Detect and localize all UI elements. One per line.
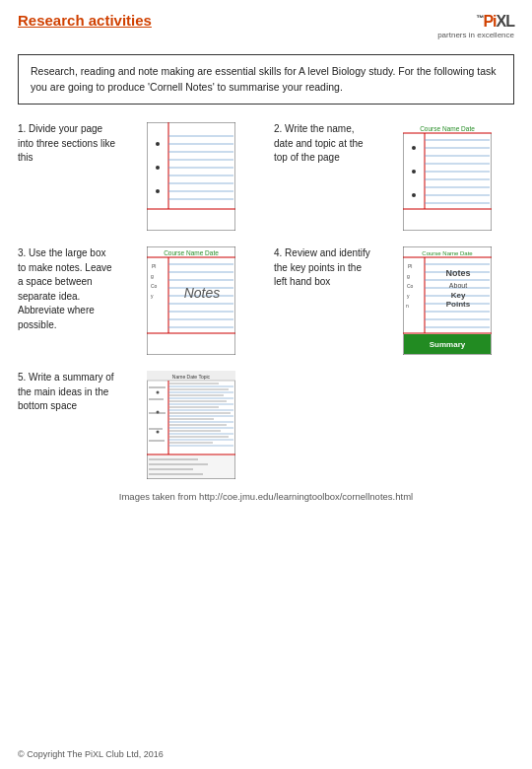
svg-text:Summary: Summary (430, 340, 466, 349)
step-2-cell: 2. Write the name, date and topic at the… (266, 114, 522, 239)
svg-rect-103 (169, 436, 229, 438)
svg-rect-99 (169, 412, 231, 414)
svg-text:Co: Co (407, 283, 414, 289)
svg-text:About: About (449, 282, 467, 289)
pi-letters: Pi (483, 13, 496, 30)
logo-text: ™PiXL (476, 12, 514, 31)
svg-rect-112 (149, 463, 208, 465)
intro-text: Research, reading and note making are es… (31, 65, 497, 93)
step-4-text: 4. Review and identify the key points in… (274, 246, 372, 290)
intro-box: Research, reading and note making are es… (18, 54, 514, 105)
svg-text:g: g (407, 273, 410, 279)
step-5-image: Name Date Topic (122, 371, 260, 479)
footer-note: Images taken from http://coe.jmu.edu/lea… (0, 491, 532, 508)
svg-text:Pl: Pl (152, 263, 156, 269)
svg-text:g: g (151, 273, 154, 279)
step-5-cell: 5. Write a summary of the main ideas in … (10, 363, 266, 487)
cornell-keypoints-svg: Course Name Date Notes About Key Points (403, 246, 492, 355)
svg-rect-109 (149, 440, 165, 442)
svg-rect-33 (147, 246, 235, 355)
step-4-image: Course Name Date Notes About Key Points (378, 246, 516, 355)
svg-rect-96 (169, 394, 224, 396)
step-2-image: Course Name Date (378, 122, 516, 231)
steps-grid: 1. Divide your page into three sections … (0, 114, 532, 487)
step-3-image: Course Name Date Notes Pl g Co y (122, 246, 260, 355)
step-4-cell: 4. Review and identify the key points in… (266, 239, 522, 363)
svg-rect-94 (169, 383, 219, 384)
svg-point-117 (157, 431, 160, 434)
svg-point-31 (412, 170, 416, 174)
svg-text:Points: Points (446, 300, 471, 309)
svg-point-30 (412, 146, 416, 150)
svg-rect-97 (169, 400, 227, 402)
svg-text:Notes: Notes (184, 285, 221, 301)
cornell-filled-svg: Name Date Topic (147, 371, 235, 479)
logo-subtitle: partners in excellence (437, 31, 514, 40)
page-title: Research activities (18, 12, 152, 29)
svg-rect-100 (169, 418, 214, 420)
xl-letters: XL (497, 13, 514, 30)
svg-rect-95 (169, 388, 229, 390)
copyright-text: © Copyright The PiXL Club Ltd, 2016 (18, 749, 164, 759)
svg-text:Co: Co (151, 283, 158, 289)
page-header: Research activities ™PiXL partners in ex… (0, 0, 532, 40)
step-1-cell: 1. Divide your page into three sections … (10, 114, 266, 239)
svg-point-14 (156, 189, 160, 193)
svg-text:n: n (406, 303, 409, 309)
cornell-simple-svg (147, 122, 235, 231)
svg-rect-101 (169, 424, 227, 426)
svg-text:Pl: Pl (408, 263, 412, 269)
svg-text:Course Name  Date: Course Name Date (422, 250, 473, 256)
svg-rect-98 (169, 406, 219, 408)
logo: ™PiXL partners in excellence (437, 12, 514, 40)
svg-rect-111 (149, 458, 198, 460)
svg-rect-105 (149, 386, 166, 388)
svg-rect-0 (147, 122, 235, 231)
step-5-text: 5. Write a summary of the main ideas in … (18, 371, 116, 414)
svg-rect-113 (149, 468, 193, 470)
cornell-notes-svg: Course Name Date Notes Pl g Co y (147, 246, 235, 355)
step-1-text: 1. Divide your page into three sections … (18, 122, 116, 166)
svg-rect-114 (149, 473, 203, 475)
step-2-text: 2. Write the name, date and topic at the… (274, 122, 372, 166)
svg-point-115 (157, 391, 160, 394)
svg-rect-15 (403, 122, 492, 231)
svg-rect-108 (149, 428, 163, 430)
step-3-text: 3. Use the large box to make notes. Leav… (18, 246, 116, 332)
svg-point-32 (412, 193, 416, 197)
svg-rect-106 (149, 398, 164, 400)
svg-point-116 (157, 411, 160, 414)
svg-text:Name  Date  Topic: Name Date Topic (172, 374, 211, 380)
svg-text:Course Name  Date: Course Name Date (420, 125, 475, 132)
svg-rect-102 (169, 430, 221, 432)
step-3-cell: 3. Use the large box to make notes. Leav… (10, 239, 266, 363)
svg-point-13 (156, 166, 160, 170)
svg-rect-104 (169, 442, 213, 444)
step-1-image (122, 122, 260, 231)
svg-point-12 (156, 142, 160, 146)
svg-text:Key: Key (451, 291, 466, 300)
cornell-named-svg: Course Name Date (403, 122, 492, 231)
svg-text:Course Name  Date: Course Name Date (164, 249, 219, 256)
svg-text:Notes: Notes (445, 268, 470, 278)
